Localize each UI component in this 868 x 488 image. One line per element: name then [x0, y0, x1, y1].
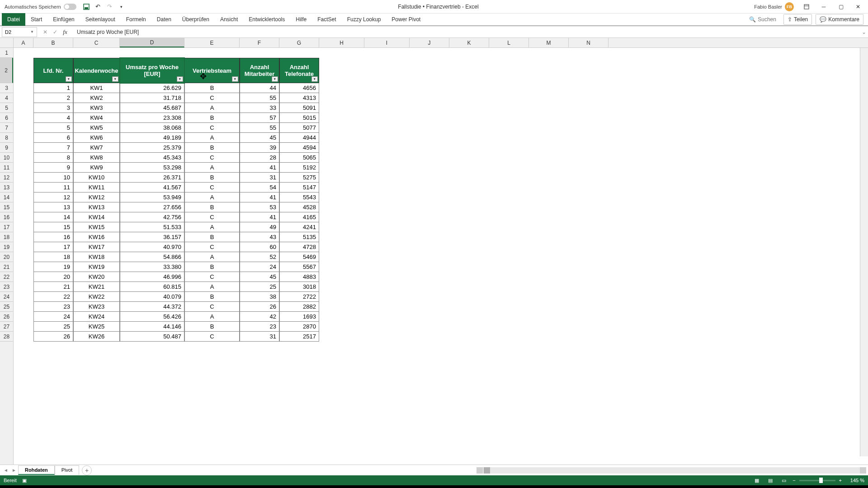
row-header-12[interactable]: 12 — [0, 173, 13, 183]
row-header-11[interactable]: 11 — [0, 163, 13, 173]
cell[interactable]: A — [184, 312, 240, 322]
cell[interactable]: 60 — [240, 242, 279, 252]
ribbon-tab-entwicklertools[interactable]: Entwicklertools — [243, 13, 290, 26]
select-all-corner[interactable] — [0, 38, 14, 48]
cell[interactable]: 5275 — [279, 173, 319, 183]
add-sheet-button[interactable]: + — [82, 465, 92, 475]
cell[interactable]: 31.718 — [120, 93, 184, 103]
cell[interactable]: 31 — [240, 332, 279, 342]
cell[interactable]: 5015 — [279, 113, 319, 123]
column-header-D[interactable]: D — [120, 38, 184, 47]
cell[interactable]: 5147 — [279, 183, 319, 192]
row-header-24[interactable]: 24 — [0, 292, 13, 302]
autosave-toggle[interactable]: Automatisches Speichern — [2, 4, 79, 10]
cell[interactable]: 40.079 — [120, 292, 184, 302]
cell[interactable]: KW6 — [73, 133, 120, 143]
ribbon-tab-formeln[interactable]: Formeln — [121, 13, 151, 26]
cell[interactable]: B — [184, 322, 240, 332]
accept-formula-icon[interactable]: ✓ — [51, 28, 60, 37]
cell[interactable]: C — [184, 332, 240, 342]
ribbon-tab-seitenlayout[interactable]: Seitenlayout — [80, 13, 121, 26]
cell[interactable]: 4 — [33, 113, 73, 123]
row-header-15[interactable]: 15 — [0, 202, 13, 212]
cell[interactable]: 14 — [33, 212, 73, 222]
cell[interactable]: KW13 — [73, 202, 120, 212]
cell[interactable]: 13 — [33, 202, 73, 212]
cell[interactable]: 18 — [33, 252, 73, 262]
column-header-C[interactable]: C — [73, 38, 120, 47]
cell[interactable]: 5192 — [279, 163, 319, 173]
filter-dropdown-icon[interactable]: ▾ — [177, 76, 183, 82]
horizontal-scrollbar[interactable] — [476, 467, 866, 474]
cell[interactable]: 4594 — [279, 143, 319, 153]
cell[interactable]: 22 — [33, 292, 73, 302]
cell[interactable]: 41 — [240, 163, 279, 173]
cell[interactable]: 53.298 — [120, 163, 184, 173]
cell[interactable]: 26.371 — [120, 173, 184, 183]
cell[interactable]: 5077 — [279, 123, 319, 133]
cell[interactable]: A — [184, 192, 240, 202]
table-header[interactable]: Lfd. Nr.▾ — [33, 58, 73, 83]
cell[interactable]: 19 — [33, 262, 73, 272]
cell[interactable]: 5065 — [279, 153, 319, 163]
row-header-20[interactable]: 20 — [0, 252, 13, 262]
cell[interactable]: KW20 — [73, 272, 120, 282]
page-break-view-icon[interactable]: ▭ — [779, 476, 789, 484]
comments-button[interactable]: 💬 Kommentare — [816, 14, 863, 25]
cell[interactable]: 54.866 — [120, 252, 184, 262]
name-box[interactable]: D2 ▼ — [2, 27, 37, 37]
column-header-F[interactable]: F — [240, 38, 279, 47]
cell[interactable]: 4241 — [279, 222, 319, 232]
row-header-4[interactable]: 4 — [0, 93, 13, 103]
row-header-13[interactable]: 13 — [0, 183, 13, 192]
cell[interactable]: 45 — [240, 272, 279, 282]
cell[interactable]: 2 — [33, 93, 73, 103]
cell[interactable]: KW9 — [73, 163, 120, 173]
cell[interactable]: KW21 — [73, 282, 120, 292]
column-header-H[interactable]: H — [319, 38, 364, 47]
cell[interactable]: KW1 — [73, 83, 120, 93]
cell[interactable]: 8 — [33, 153, 73, 163]
row-header-19[interactable]: 19 — [0, 242, 13, 252]
cell[interactable]: 4165 — [279, 212, 319, 222]
row-header-5[interactable]: 5 — [0, 103, 13, 113]
column-header-M[interactable]: M — [529, 38, 569, 47]
cell[interactable]: 42 — [240, 312, 279, 322]
cell[interactable]: 15 — [33, 222, 73, 232]
cell[interactable]: 42.756 — [120, 212, 184, 222]
chevron-down-icon[interactable]: ▼ — [30, 30, 34, 34]
row-header-26[interactable]: 26 — [0, 312, 13, 322]
cell[interactable]: 44.372 — [120, 302, 184, 312]
cell[interactable]: 5 — [33, 123, 73, 133]
cell[interactable]: 6 — [33, 133, 73, 143]
cell[interactable]: 44 — [240, 83, 279, 93]
cell[interactable]: B — [184, 262, 240, 272]
row-header-21[interactable]: 21 — [0, 262, 13, 272]
cell[interactable]: 51.533 — [120, 222, 184, 232]
ribbon-display-icon[interactable] — [798, 0, 815, 13]
column-header-J[interactable]: J — [410, 38, 449, 47]
cell[interactable]: KW26 — [73, 332, 120, 342]
macro-record-icon[interactable]: ▣ — [22, 478, 27, 483]
save-icon[interactable] — [82, 2, 91, 11]
cell[interactable]: KW4 — [73, 113, 120, 123]
cell[interactable]: 5135 — [279, 232, 319, 242]
ribbon-tab-fuzzy lookup[interactable]: Fuzzy Lookup — [342, 13, 387, 26]
cell[interactable]: 53.949 — [120, 192, 184, 202]
cell[interactable]: B — [184, 173, 240, 183]
cell[interactable]: 38 — [240, 292, 279, 302]
ribbon-tab-ansicht[interactable]: Ansicht — [215, 13, 243, 26]
ribbon-tab-überprüfen[interactable]: Überprüfen — [177, 13, 215, 26]
close-button[interactable]: ✕ — [850, 0, 866, 13]
cell[interactable]: 25 — [240, 282, 279, 292]
column-header-B[interactable]: B — [33, 38, 73, 47]
ribbon-tab-datei[interactable]: Datei — [2, 13, 25, 26]
ribbon-tab-power pivot[interactable]: Power Pivot — [386, 13, 426, 26]
cell[interactable]: 4656 — [279, 83, 319, 93]
cell[interactable]: 55 — [240, 123, 279, 133]
cell[interactable]: 54 — [240, 183, 279, 192]
cell[interactable]: 2882 — [279, 302, 319, 312]
row-header-23[interactable]: 23 — [0, 282, 13, 292]
undo-icon[interactable]: ↶ — [94, 2, 103, 11]
cell[interactable]: 44.146 — [120, 322, 184, 332]
